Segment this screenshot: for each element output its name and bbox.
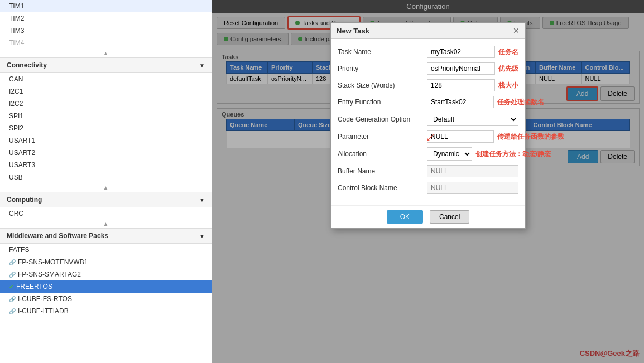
sidebar-item-fp-sns-motenvwb1[interactable]: 🔗 FP-SNS-MOTENVWB1 [0,256,212,268]
new-task-modal: New Task ✕ Task Name 任务名 Priority 优先级 [330,22,526,229]
entry-function-row: Entry Function 任务处理函数名 [338,96,518,108]
sidebar-item-tim1[interactable]: TIM1 [0,0,212,12]
sidebar-section-connectivity[interactable]: Connectivity ▼ [0,57,212,73]
stack-size-input[interactable] [427,79,495,91]
sidebar-item-tim2[interactable]: TIM2 [0,12,212,25]
parameter-label: Parameter [338,133,427,141]
control-block-row: Control Block Name [338,182,518,194]
allocation-row: Allocation Dynamic Static 创建任务方法：动态/静态 [338,147,518,161]
priority-annotation: 优先级 [498,64,518,74]
connectivity-arrow: ▼ [199,62,205,69]
sidebar-item-usb[interactable]: USB [0,171,212,183]
middleware-arrow: ▼ [199,233,205,239]
entry-function-input[interactable] [427,96,494,108]
entry-function-label: Entry Function [338,98,427,106]
parameter-annotation: 传递给任务函数的参数 [497,132,564,142]
sidebar-item-i2c1[interactable]: I2C1 [0,85,212,98]
sidebar-item-tim3[interactable]: TIM3 [0,25,212,37]
modal-body: Task Name 任务名 Priority 优先级 Stack Size (W… [331,39,525,205]
connectivity-label: Connectivity [7,61,47,69]
parameter-row: Parameter 传递给任务函数的参数 [338,130,518,143]
computing-label: Computing [7,196,42,204]
sidebar-section-computing[interactable]: Computing ▼ [0,192,212,207]
stack-size-annotation: 栈大小 [498,81,518,90]
sidebar-item-usart2[interactable]: USART2 [0,147,212,159]
middleware-label: Middleware and Software Packs [7,232,108,240]
sidebar-item-tim4: TIM4 [0,37,212,49]
sidebar-item-spi1[interactable]: SPI1 [0,110,212,122]
sidebar-item-i2c2[interactable]: I2C2 [0,98,212,110]
check-icon: ✔ [9,283,14,291]
buffer-name-input[interactable] [427,165,518,177]
cancel-button[interactable]: Cancel [430,210,469,224]
modal-title: New Task [337,27,369,35]
priority-row: Priority 优先级 [338,62,518,75]
modal-footer: OK Cancel [331,205,525,228]
code-gen-select[interactable]: Default [427,113,518,126]
control-block-input[interactable] [427,182,518,194]
control-block-label: Control Block Name [338,184,427,192]
parameter-input[interactable] [427,130,494,143]
sidebar-section-middleware[interactable]: Middleware and Software Packs ▼ [0,228,212,244]
sidebar-item-fatfs[interactable]: FATFS [0,244,212,256]
link-icon3: 🔗 [9,296,16,302]
sidebar-item-usart3[interactable]: USART3 [0,159,212,171]
scroll-up-btn[interactable]: ▲ [0,49,212,57]
link-icon4: 🔗 [9,308,16,314]
priority-label: Priority [338,65,427,72]
modal-close-button[interactable]: ✕ [513,26,520,35]
main-area: Configuration Reset Configuration Tasks … [212,0,644,363]
sidebar-item-i-cube-ittiadb[interactable]: 🔗 I-CUBE-ITTIADB [0,305,212,317]
code-gen-row: Code Generation Option Default [338,113,518,126]
modal-header: New Task ✕ [331,23,525,39]
scroll-up-btn2[interactable]: ▲ [0,183,212,192]
task-name-annotation: 任务名 [498,47,518,57]
buffer-name-label: Buffer Name [338,167,427,175]
task-name-row: Task Name 任务名 [338,46,518,58]
stack-size-label: Stack Size (Words) [338,81,427,89]
link-icon2: 🔗 [9,272,16,278]
task-name-label: Task Name [338,48,427,56]
scroll-up-btn3[interactable]: ▲ [0,220,212,228]
allocation-label: Allocation [338,150,427,158]
ok-button[interactable]: OK [387,210,423,224]
code-gen-label: Code Generation Option [338,115,427,123]
link-icon: 🔗 [9,259,16,265]
sidebar-item-fp-sns-smartag2[interactable]: 🔗 FP-SNS-SMARTAG2 [0,268,212,280]
modal-overlay: New Task ✕ Task Name 任务名 Priority 优先级 [212,0,644,363]
sidebar-item-freertos[interactable]: ✔ FREERTOS [0,280,212,293]
sidebar: TIM1 TIM2 TIM3 TIM4 ▲ Connectivity ▼ CAN… [0,0,212,363]
allocation-select[interactable]: Dynamic Static [427,147,472,161]
buffer-name-row: Buffer Name [338,165,518,177]
sidebar-item-crc[interactable]: CRC [0,207,212,220]
computing-arrow: ▼ [199,197,205,203]
priority-input[interactable] [427,62,495,75]
entry-function-annotation: 任务处理函数名 [497,98,544,107]
sidebar-item-can[interactable]: CAN [0,73,212,85]
sidebar-item-i-cube-fs-rtos[interactable]: 🔗 I-CUBE-FS-RTOS [0,293,212,305]
stack-size-row: Stack Size (Words) 栈大小 [338,79,518,91]
sidebar-item-usart1[interactable]: USART1 [0,134,212,147]
sidebar-item-spi2[interactable]: SPI2 [0,122,212,134]
task-name-input[interactable] [427,46,495,58]
allocation-annotation: 创建任务方法：动态/静态 [475,149,551,159]
